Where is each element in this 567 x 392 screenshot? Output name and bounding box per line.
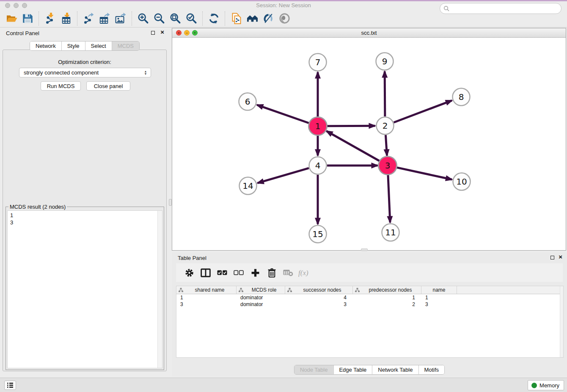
vertical-splitter-handle[interactable] [169,199,172,206]
column-header-shared-name[interactable]: shared name [176,286,237,294]
float-panel-icon[interactable] [151,31,155,35]
graph-edge-3-1[interactable] [326,131,379,161]
graph-node-14[interactable]: 14 [239,177,257,195]
zoom-selected-button[interactable] [183,11,199,26]
table-cell[interactable]: 4 [285,295,353,301]
table-settings-button[interactable] [183,266,195,279]
toolbar-separator [225,11,225,26]
tab-network-table[interactable]: Network Table [372,365,418,374]
save-session-button[interactable] [19,11,36,26]
import-network-button[interactable] [42,11,58,26]
graph-node-3[interactable]: 3 [379,157,397,175]
table-row[interactable]: 1dominator411 [176,294,563,301]
tab-style[interactable]: Style [61,41,85,50]
delete-columns-button[interactable] [265,266,278,279]
table-cell[interactable]: 1 [353,295,421,301]
node-table: shared nameMCDS rolesuccessor nodesprede… [176,286,564,358]
close-panel-button[interactable]: Close panel [86,81,130,91]
table-cell[interactable]: 1 [421,295,457,301]
table-body: 1dominator4113dominator323 [176,294,563,308]
network-canvas[interactable]: 7968124314101511 [172,38,566,250]
close-table-panel-icon[interactable]: × [559,254,562,260]
zoom-fit-button[interactable] [167,11,183,26]
network-window-title: scc.txt [172,30,566,36]
hide-graphics-details-button[interactable] [260,11,276,26]
mcds-result-text-area[interactable]: 1 3 [7,210,162,368]
tab-node-table[interactable]: Node Table [295,365,333,374]
split-panel-button[interactable] [199,266,212,279]
graph-edge-2-3[interactable] [385,135,387,156]
column-header-name[interactable]: name [421,286,457,294]
float-table-panel-icon[interactable] [550,256,554,259]
table-cell[interactable]: 3 [176,301,237,307]
clone-network-button[interactable] [228,11,244,26]
table-cell[interactable]: 1 [176,295,237,301]
birds-eye-view-button[interactable] [276,11,292,26]
table-cell[interactable]: 3 [285,301,353,307]
tab-motifs[interactable]: Motifs [418,365,444,374]
table-cell[interactable]: dominator [237,295,285,301]
graph-node-15[interactable]: 15 [309,226,327,243]
result-scrollbar[interactable] [157,211,162,368]
zoom-out-button[interactable] [151,11,167,26]
graph-node-2[interactable]: 2 [377,117,394,135]
export-image-icon [115,13,127,24]
tab-select[interactable]: Select [85,41,112,50]
show-all-columns-button[interactable] [216,266,228,279]
graph-node-7[interactable]: 7 [309,54,327,71]
table-row[interactable]: 3dominator323 [176,301,563,308]
graph-edge-2-9[interactable] [385,71,385,116]
graph-edge-1-6[interactable] [257,105,309,123]
column-header-mcds-role[interactable]: MCDS role [237,286,285,294]
node-label: 10 [456,177,467,187]
export-network-button[interactable] [80,11,96,26]
graph-node-11[interactable]: 11 [382,224,399,241]
tab-edge-table[interactable]: Edge Table [333,365,372,374]
graph-edge-2-8[interactable] [394,100,452,122]
graph-edge-3-11[interactable] [388,175,390,223]
node-label: 9 [382,56,388,66]
table-tabs: Node TableEdge TableNetwork TableMotifs [294,365,445,375]
run-mcds-button[interactable]: Run MCDS [41,81,81,91]
table-cell[interactable]: 2 [353,301,421,307]
optimization-criterion-dropdown[interactable]: strongly connected component ▲▼ [19,68,151,77]
table-scrollbar[interactable] [560,286,563,357]
control-panel-tabs: NetworkStyleSelectMCDS [30,41,140,51]
network-window-titlebar[interactable]: × − + scc.txt [172,28,566,38]
import-table-button[interactable] [58,11,74,26]
export-table-button[interactable] [96,11,113,26]
search-input[interactable] [440,3,561,14]
close-panel-icon[interactable]: × [160,29,164,36]
tab-network[interactable]: Network [30,41,61,50]
graph-edge-3-10[interactable] [396,168,452,179]
show-networks-home-button[interactable] [244,11,260,26]
horizontal-splitter-handle[interactable] [361,248,368,251]
tab-mcds[interactable]: MCDS [112,41,139,50]
open-session-button[interactable] [3,11,19,26]
graph-node-4[interactable]: 4 [309,157,327,174]
create-column-button[interactable] [249,266,261,279]
table-cell[interactable]: 3 [421,301,457,307]
graph-node-9[interactable]: 9 [376,53,394,70]
hide-all-columns-button[interactable] [232,266,245,279]
node-label: 4 [315,160,321,171]
column-header-successor-nodes[interactable]: successor nodes [285,286,353,294]
apply-layout-button[interactable] [206,11,222,26]
export-image-button[interactable] [113,11,129,26]
column-header-label: shared name [183,287,236,293]
task-history-button[interactable] [4,381,16,390]
zoom-in-button[interactable] [135,11,151,26]
graph-node-1[interactable]: 1 [309,117,327,135]
table-cell[interactable]: dominator [237,301,285,307]
graph-node-6[interactable]: 6 [239,93,256,110]
columns-icon [201,268,211,277]
graph-edge-1-2[interactable] [327,126,375,126]
node-label: 14 [242,181,253,191]
graph-node-10[interactable]: 10 [453,173,471,190]
column-header-predecessor-nodes[interactable]: predecessor nodes [353,286,421,294]
export-network-icon [83,13,94,24]
memory-button[interactable]: Memory [528,380,564,390]
hierarchy-icon [179,288,183,292]
graph-edge-4-14[interactable] [258,168,309,183]
graph-node-8[interactable]: 8 [453,88,470,106]
